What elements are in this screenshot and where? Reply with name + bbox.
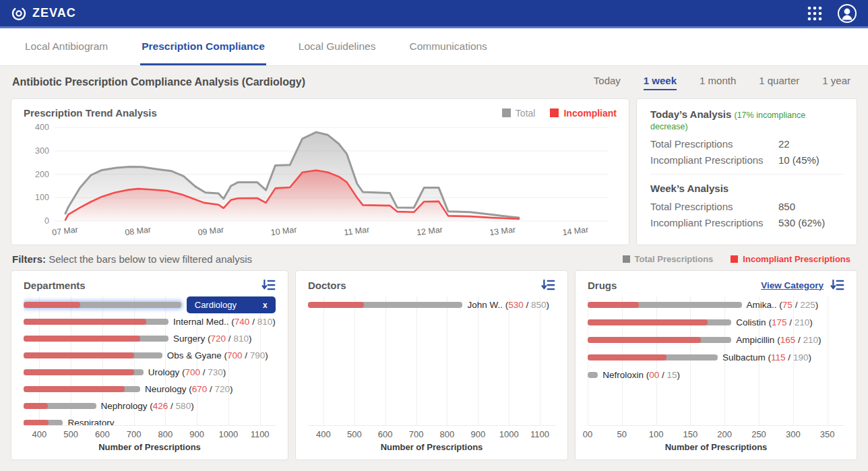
bar-row-ampicillin[interactable]: Ampicillin (165 / 210) (588, 332, 844, 348)
bar-row-surgery[interactable]: Surgery (720 / 810) (24, 330, 276, 347)
incompliant-bar[interactable] (24, 403, 48, 409)
incompliant-bar[interactable] (588, 302, 639, 308)
legend-total: Total (502, 108, 536, 119)
bar-row-nefroloxin[interactable]: Nefroloxin (00 / 15) (588, 367, 844, 383)
sort-icon[interactable] (261, 279, 276, 291)
sort-icon[interactable] (830, 279, 844, 291)
incompliant-bar[interactable] (588, 319, 708, 325)
sort-icon[interactable] (541, 279, 555, 291)
incompliant-bar[interactable] (24, 352, 134, 358)
bar-label-sulbactum: Sulbactum (115 / 190) (722, 352, 811, 363)
time-filter-today[interactable]: Today (594, 75, 621, 90)
gridline (354, 296, 355, 425)
bar-label-neurology: Neurology (670 / 720) (145, 384, 233, 394)
time-filter-1-month[interactable]: 1 month (700, 75, 736, 90)
drugs-x-axis: 0050100150200250300350 (588, 427, 844, 441)
bar-row-colistin[interactable]: Colistin (175 / 210) (588, 314, 844, 331)
user-avatar-icon[interactable] (837, 3, 857, 24)
x-tick-label: 10 Mar (270, 225, 297, 238)
total-bar[interactable] (588, 372, 598, 378)
weeks-analysis-title: Week’s Analysis (650, 183, 843, 194)
departments-x-axis-label: Number of Prescriptions (24, 441, 276, 455)
bar-label-respiratory: Respiratory (67, 418, 114, 426)
tab-communications[interactable]: Communications (408, 40, 488, 65)
drugs-title: Drugs (588, 280, 617, 291)
x-tick-label: 800 (158, 429, 173, 439)
trend-title: Prescription Trend Analysis (24, 107, 157, 119)
bar-label-colistin: Colistin (175 / 210) (736, 317, 812, 327)
trend-chart: 010020030040007 Mar08 Mar09 Mar10 Mar11 … (24, 120, 617, 239)
incompliant-bar[interactable] (24, 420, 49, 426)
time-filter-1-week[interactable]: 1 week (644, 75, 677, 90)
tab-prescription-compliance[interactable]: Prescription Compliance (140, 40, 266, 65)
y-tick-label: 200 (35, 170, 49, 179)
divider (650, 174, 843, 175)
y-tick-label: 100 (35, 193, 49, 202)
x-tick-label: 400 (32, 429, 47, 439)
zevac-logo-icon (11, 5, 27, 22)
incompliant-bar[interactable] (308, 302, 364, 308)
week-incompliant-value: 530 (62%) (778, 217, 843, 228)
x-tick-label: 800 (440, 429, 455, 439)
x-tick-label: 1100 (251, 429, 270, 439)
incompliant-bar[interactable] (24, 302, 80, 308)
bar-row-amika[interactable]: Amika.. (75 / 225) (588, 296, 844, 313)
y-tick-label: 300 (35, 146, 49, 156)
incompliant-bar[interactable] (588, 354, 666, 360)
x-tick-label: 13 Mar (489, 225, 516, 238)
week-incompliant-label: Incompliant Prescriptions (650, 217, 778, 228)
incompliant-bar[interactable] (24, 319, 146, 325)
bar-row-nephrology[interactable]: Nephrology (426 / 580) (24, 398, 276, 414)
bar-label-obs-gyane: Obs & Gyane (700 / 790) (167, 350, 268, 360)
filters-hint: Filters: Select the bars below to view f… (12, 253, 252, 265)
brand-name: ZEVAC (32, 6, 76, 20)
x-tick-label: 250 (751, 429, 766, 439)
incompliant-swatch (550, 108, 559, 117)
tab-local-guidelines[interactable]: Local Guidelines (297, 40, 377, 65)
x-tick-label: 100 (649, 429, 664, 439)
time-filter-1-quarter[interactable]: 1 quarter (759, 75, 799, 90)
doctors-title: Doctors (308, 280, 346, 291)
bar-row-john-w[interactable]: John W.. (530 / 850) (308, 296, 555, 313)
bar-label-nephrology: Nephrology (426 / 580) (101, 401, 194, 411)
x-tick-label: 600 (378, 429, 393, 439)
active-filter-chip-cardiology[interactable]: Cardiologyx (187, 296, 276, 313)
x-tick-label: 700 (409, 429, 424, 439)
todays-analysis-title: Today’s Analysis (17% incompliance decre… (650, 108, 843, 131)
incompliant-bar[interactable] (588, 337, 701, 343)
time-filter-1-year[interactable]: 1 year (822, 75, 850, 90)
legend-total-prescriptions: Total Prescriptions (623, 254, 714, 264)
bar-row-sulbactum[interactable]: Sulbactum (115 / 190) (588, 349, 844, 366)
doctors-chart: John W.. (530 / 850) (308, 296, 555, 426)
x-tick-label: 00 (583, 429, 592, 439)
bar-row-internal-med[interactable]: Internal Med.. (740 / 810) (24, 313, 276, 330)
gridline (447, 296, 447, 425)
apps-grid-icon[interactable] (806, 5, 824, 22)
bar-row-respiratory[interactable]: Respiratory (24, 414, 276, 426)
incompliant-bar[interactable] (24, 386, 125, 392)
gridline (416, 296, 417, 425)
bar-label-nefroloxin: Nefroloxin (00 / 15) (602, 370, 680, 380)
y-tick-label: 400 (35, 123, 49, 132)
bar-row-cardiology[interactable]: Cardiologyx (24, 296, 276, 313)
today-total-value: 22 (778, 138, 843, 150)
time-filter-group: Today 1 week 1 month 1 quarter 1 year (594, 75, 850, 90)
bar-row-neurology[interactable]: Neurology (670 / 720) (24, 381, 276, 398)
remove-filter-icon[interactable]: x (263, 301, 268, 310)
brand: ZEVAC (11, 5, 76, 22)
incompliant-bar[interactable] (24, 336, 140, 342)
tab-local-antibiogram[interactable]: Local Antibiogram (24, 40, 109, 65)
x-tick-label: 200 (717, 429, 732, 439)
analysis-panel: Today’s Analysis (17% incompliance decre… (636, 98, 857, 245)
view-category-link[interactable]: View Category (761, 280, 824, 290)
drugs-chart: Amika.. (75 / 225)Colistin (175 / 210)Am… (588, 296, 844, 426)
doctors-x-axis: 40050060070080090010001100 (308, 427, 555, 441)
incompliant-bar[interactable] (24, 369, 134, 375)
x-tick-label: 900 (470, 429, 485, 439)
x-tick-label: 700 (127, 429, 142, 439)
bar-row-obs-gyane[interactable]: Obs & Gyane (700 / 790) (24, 347, 276, 364)
gridline (540, 296, 540, 425)
x-tick-label: 09 Mar (197, 225, 224, 238)
bar-row-urology[interactable]: Urology (700 / 730) (24, 364, 276, 381)
chip-label: Cardiology (195, 300, 237, 310)
